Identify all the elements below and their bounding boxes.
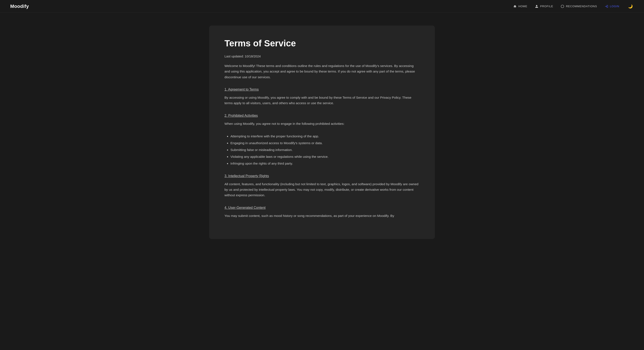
logo[interactable]: Moodify: [10, 3, 29, 9]
home-icon: [513, 5, 517, 8]
section-prohibited-body: When using Moodify, you agree not to eng…: [224, 121, 420, 127]
intro-text: Welcome to Moodify! These terms and cond…: [224, 63, 420, 80]
section-intellectual-heading[interactable]: 3. Intellectual Property Rights: [224, 174, 420, 178]
login-icon: [605, 5, 608, 8]
list-item: Attempting to interfere with the proper …: [230, 133, 420, 139]
page-title: Terms of Service: [224, 38, 420, 48]
section-agreement-body: By accessing or using Moodify, you agree…: [224, 95, 420, 106]
list-item: Engaging in unauthorized access to Moodi…: [230, 140, 420, 146]
page-wrapper: Terms of Service Last updated: 10/18/202…: [0, 13, 644, 252]
prohibited-list: Attempting to interfere with the proper …: [224, 133, 420, 166]
svg-point-0: [561, 5, 564, 8]
section-prohibited-heading[interactable]: 2. Prohibited Activities: [224, 114, 420, 118]
navbar: Moodify HOME PROFILE R: [0, 0, 644, 13]
nav-home[interactable]: HOME: [513, 5, 527, 8]
list-item: Submitting false or misleading informati…: [230, 147, 420, 153]
recommendations-icon: [561, 5, 564, 8]
section-ugc: 4. User-Generated Content You may submit…: [224, 206, 420, 219]
nav-login[interactable]: LOGIN: [605, 5, 619, 8]
section-agreement: 1. Agreement to Terms By accessing or us…: [224, 88, 420, 106]
list-item: Violating any applicable laws or regulat…: [230, 154, 420, 160]
section-ugc-heading[interactable]: 4. User-Generated Content: [224, 206, 420, 210]
nav-links: HOME PROFILE RECOMMENDATIONS: [513, 3, 634, 10]
list-item: Infringing upon the rights of any third …: [230, 161, 420, 167]
section-ugc-body: You may submit content, such as mood his…: [224, 213, 420, 219]
content-card: Terms of Service Last updated: 10/18/202…: [209, 25, 435, 239]
section-agreement-heading[interactable]: 1. Agreement to Terms: [224, 88, 420, 91]
last-updated: Last updated: 10/18/2024: [224, 54, 420, 58]
section-intellectual: 3. Intellectual Property Rights All cont…: [224, 174, 420, 198]
nav-profile[interactable]: PROFILE: [535, 5, 553, 8]
theme-toggle-button[interactable]: 🌙: [627, 3, 634, 10]
nav-recommendations[interactable]: RECOMMENDATIONS: [561, 5, 597, 8]
section-prohibited: 2. Prohibited Activities When using Mood…: [224, 114, 420, 167]
section-intellectual-body: All content, features, and functionality…: [224, 181, 420, 198]
person-icon: [535, 5, 538, 8]
